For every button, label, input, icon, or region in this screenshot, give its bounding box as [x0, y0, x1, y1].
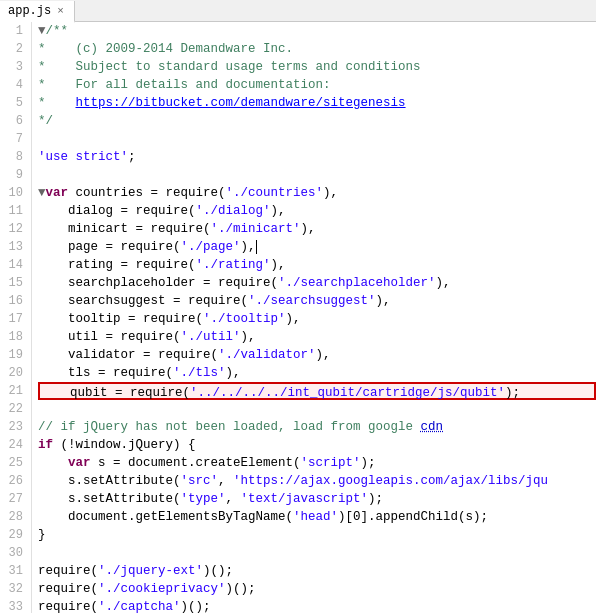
- code-line-2: * (c) 2009-2014 Demandware Inc.: [38, 40, 596, 58]
- line-num-18: 18: [4, 328, 23, 346]
- code-line-26: s.setAttribute('src', 'https://ajax.goog…: [38, 472, 596, 490]
- line-num-13: 13: [4, 238, 23, 256]
- code-line-17: tooltip = require('./tooltip'),: [38, 310, 596, 328]
- line-num-22: 22: [4, 400, 23, 418]
- code-line-24: if (!window.jQuery) {: [38, 436, 596, 454]
- line-num-12: 12: [4, 220, 23, 238]
- tab-filename: app.js: [8, 4, 51, 18]
- code-line-23: // if jQuery has not been loaded, load f…: [38, 418, 596, 436]
- line-num-11: 11: [4, 202, 23, 220]
- line-num-33: 33: [4, 598, 23, 613]
- fold-icon-10[interactable]: ▼: [38, 186, 46, 200]
- line-num-19: 19: [4, 346, 23, 364]
- line-num-25: 25: [4, 454, 23, 472]
- line-num-29: 29: [4, 526, 23, 544]
- code-line-13: page = require('./page'),: [38, 238, 596, 256]
- line-num-8: 8: [4, 148, 23, 166]
- line-num-7: 7: [4, 130, 23, 148]
- line-num-21: 21: [4, 382, 23, 400]
- code-line-1: ▼/**: [38, 22, 596, 40]
- editor-area: 1 2 3 4 5 6 7 8 9 10 11 12 13 14 15 16 1…: [0, 22, 596, 613]
- tab-bar: app.js ×: [0, 0, 596, 22]
- line-num-20: 20: [4, 364, 23, 382]
- code-line-7: [38, 130, 596, 148]
- code-line-21: qubit = require('../../../../int_qubit/c…: [38, 382, 596, 400]
- code-line-8: 'use strict';: [38, 148, 596, 166]
- tab-appjs[interactable]: app.js ×: [0, 1, 75, 23]
- line-num-23: 23: [4, 418, 23, 436]
- line-num-3: 3: [4, 58, 23, 76]
- code-line-31: require('./jquery-ext')();: [38, 562, 596, 580]
- line-num-17: 17: [4, 310, 23, 328]
- code-line-30: [38, 544, 596, 562]
- code-line-16: searchsuggest = require('./searchsuggest…: [38, 292, 596, 310]
- code-line-27: s.setAttribute('type', 'text/javascript'…: [38, 490, 596, 508]
- code-line-4: * For all details and documentation:: [38, 76, 596, 94]
- code-line-19: validator = require('./validator'),: [38, 346, 596, 364]
- line-num-31: 31: [4, 562, 23, 580]
- line-num-6: 6: [4, 112, 23, 130]
- line-num-10: 10: [4, 184, 23, 202]
- code-line-12: minicart = require('./minicart'),: [38, 220, 596, 238]
- line-num-16: 16: [4, 292, 23, 310]
- code-line-14: rating = require('./rating'),: [38, 256, 596, 274]
- line-num-2: 2: [4, 40, 23, 58]
- code-line-6: */: [38, 112, 596, 130]
- code-line-20: tls = require('./tls'),: [38, 364, 596, 382]
- code-line-15: searchplaceholder = require('./searchpla…: [38, 274, 596, 292]
- code-line-32: require('./cookieprivacy')();: [38, 580, 596, 598]
- line-num-4: 4: [4, 76, 23, 94]
- code-line-18: util = require('./util'),: [38, 328, 596, 346]
- code-line-11: dialog = require('./dialog'),: [38, 202, 596, 220]
- code-line-5: * https://bitbucket.com/demandware/siteg…: [38, 94, 596, 112]
- line-num-28: 28: [4, 508, 23, 526]
- line-num-24: 24: [4, 436, 23, 454]
- line-num-5: 5: [4, 94, 23, 112]
- code-line-28: document.getElementsByTagName('head')[0]…: [38, 508, 596, 526]
- code-line-10: ▼var countries = require('./countries'),: [38, 184, 596, 202]
- line-num-26: 26: [4, 472, 23, 490]
- code-line-25: var s = document.createElement('script')…: [38, 454, 596, 472]
- code-line-9: [38, 166, 596, 184]
- line-num-32: 32: [4, 580, 23, 598]
- line-num-9: 9: [4, 166, 23, 184]
- tab-close-button[interactable]: ×: [55, 5, 66, 17]
- code-line-33: require('./captcha')();: [38, 598, 596, 613]
- fold-icon-1[interactable]: ▼: [38, 24, 46, 38]
- code-line-3: * Subject to standard usage terms and co…: [38, 58, 596, 76]
- line-num-14: 14: [4, 256, 23, 274]
- line-numbers: 1 2 3 4 5 6 7 8 9 10 11 12 13 14 15 16 1…: [0, 22, 32, 613]
- code-area[interactable]: ▼/** * (c) 2009-2014 Demandware Inc. * S…: [32, 22, 596, 613]
- line-num-15: 15: [4, 274, 23, 292]
- code-lines: ▼/** * (c) 2009-2014 Demandware Inc. * S…: [32, 22, 596, 613]
- code-line-29: }: [38, 526, 596, 544]
- editor-window: app.js × 1 2 3 4 5 6 7 8 9 10 11 12 13 1…: [0, 0, 596, 613]
- line-num-27: 27: [4, 490, 23, 508]
- code-line-22: [38, 400, 596, 418]
- line-num-30: 30: [4, 544, 23, 562]
- line-num-1: 1: [4, 22, 23, 40]
